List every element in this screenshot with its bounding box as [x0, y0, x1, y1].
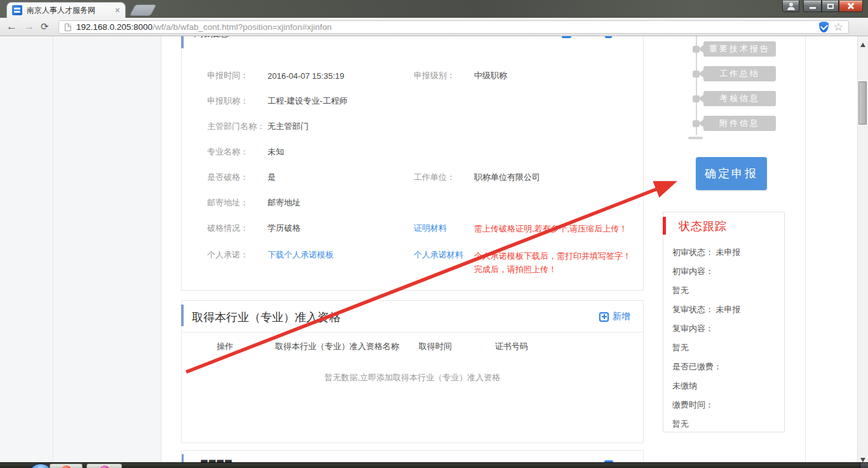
field-label: 个人承诺： [207, 249, 268, 261]
form-row: 邮寄地址： 邮寄地址 [182, 190, 643, 216]
confirm-declare-button[interactable]: 确定申报 [696, 157, 767, 190]
left-sidebar [53, 36, 161, 462]
address-bar[interactable]: 192.168.0.205:8000 /wf/a/b/wfab_cont.htm… [58, 20, 849, 34]
form-row: 破格情况： 学历破格 证明材料 需上传破格证明,若有多个,请压缩后上传！ [182, 216, 643, 241]
window-titlebar: 南京人事人才服务网 × [0, 0, 868, 18]
promise-hint-line1: 个人承诺模板下载后，需打印并填写签字！ [474, 251, 631, 261]
form-row: 申报时间： 2016-04-07 15:35:19 申报级别： 中级职称 [182, 63, 643, 88]
field-value: 职称单位有限公司 [474, 172, 540, 183]
new-tab-button[interactable] [129, 4, 157, 16]
field-label: 专业名称： [207, 146, 268, 158]
maximize-button[interactable] [822, 1, 839, 12]
timeline-step-assessment[interactable]: 考核信息 [703, 91, 776, 106]
scroll-down-arrow-icon[interactable] [860, 458, 865, 462]
browser-toolbar: ← → ⟳ 192.168.0.205:8000 /wf/a/b/wfab_co… [0, 18, 868, 36]
field-label: 破格情况： [207, 223, 268, 234]
tab-close-icon[interactable]: × [115, 6, 120, 15]
taskbar-app-button[interactable] [86, 464, 122, 468]
field-value: 邮寄地址 [268, 197, 414, 209]
promise-template-link[interactable]: 下载个人承诺模板 [268, 249, 414, 261]
url-path: /wf/a/b/wfab_cont.html?position=xjinfon#… [153, 22, 819, 32]
empty-state-text: 暂无数据,立即添加取得本行业（专业）准入资格 [182, 372, 643, 383]
form-row: 是否破格： 是 工作单位： 职称单位有限公司 [182, 165, 643, 190]
window-caption-buttons [782, 1, 863, 12]
status-line: 复审内容： [672, 319, 741, 338]
show-desktop-button[interactable] [860, 463, 868, 468]
field-value: 未知 [268, 146, 414, 158]
field-value: 无主管部门 [268, 121, 414, 132]
status-panel-title: 状态跟踪 [679, 219, 727, 234]
status-line: 未缴纳 [672, 376, 741, 396]
panel-accent [181, 305, 184, 326]
scrollbar-thumb[interactable] [858, 81, 867, 125]
app-icon [62, 465, 71, 468]
security-shield-icon[interactable] [819, 22, 829, 32]
qualification-title: 取得本行业（专业）准入资格 [192, 310, 341, 325]
bookmark-star-icon[interactable]: ☆ [834, 22, 843, 32]
taskbar-app-button[interactable] [50, 464, 83, 468]
minimize-icon [810, 7, 816, 9]
proof-hint-text: 需上传破格证明,若有多个,请压缩后上传！ [474, 222, 642, 235]
column-header: 证书号码 [495, 341, 528, 352]
content-right-divider [805, 36, 806, 462]
reload-button[interactable]: ⟳ [41, 21, 49, 32]
timeline-step-attachment[interactable]: 附件信息 [703, 116, 776, 131]
field-value: 学历破格 [268, 223, 414, 234]
scroll-up-arrow-icon[interactable] [860, 40, 865, 47]
close-button[interactable] [839, 1, 863, 12]
help-icon-fragment[interactable] [605, 36, 612, 38]
timeline-end-bar [688, 137, 703, 139]
field-value: 是 [268, 172, 414, 183]
timeline-step-summary[interactable]: 工作总结 [703, 66, 776, 81]
status-line: 复审状态： 未申报 [672, 300, 741, 319]
form-row: 个人承诺： 下载个人承诺模板 个人承诺材料 个人承诺模板下载后，需打印并填写签字… [182, 241, 643, 282]
add-qualification-button[interactable]: 新增 [599, 311, 630, 322]
field-value: 中级职称 [474, 70, 507, 81]
plus-icon [599, 312, 609, 322]
panel-accent [181, 454, 184, 462]
form-row: 主管部门名称： 无主管部门 [182, 114, 643, 139]
status-line: 暂无 [672, 281, 741, 300]
promise-material-link[interactable]: 个人承诺材料 [414, 249, 474, 261]
minimize-button[interactable] [803, 1, 822, 12]
site-favicon-icon [12, 5, 22, 15]
page-content: 申报信息 申报时间： 2016-04-07 15:35:19 申报级别： 中级职… [0, 36, 868, 462]
field-label: 主管部门名称： [207, 121, 268, 132]
app-icon [100, 465, 109, 468]
back-button[interactable]: ← [6, 20, 17, 33]
status-line: 初审内容： [672, 262, 741, 281]
forward-button[interactable]: → [24, 20, 34, 33]
qualification-header: 取得本行业（专业）准入资格 新增 [182, 301, 643, 333]
status-tracking-panel: 状态跟踪 初审状态： 未申报 初审内容： 暂无 复审状态： 未申报 复审内容： … [663, 212, 785, 432]
field-label: 邮寄地址： [207, 197, 268, 209]
declare-info-title: 申报信息 [191, 36, 248, 39]
profile-button[interactable] [782, 1, 799, 12]
timeline-step-report[interactable]: 重要技术报告 [703, 41, 776, 57]
column-header: 操作 [217, 341, 233, 352]
windows-taskbar: … [0, 462, 868, 468]
screen: 南京人事人才服务网 × ← → ⟳ 192.168.0.205:8000 /wf… [0, 0, 868, 468]
field-value: 2016-04-07 15:35:19 [268, 71, 414, 81]
declare-form: 申报时间： 2016-04-07 15:35:19 申报级别： 中级职称 申报职… [182, 63, 643, 282]
qualification-table-header: 操作 取得本行业（专业）准入资格名称 取得时间 证书号码 [182, 333, 643, 358]
promise-hint-line2: 完成后，请拍照上传！ [474, 265, 557, 274]
browser-tab[interactable]: 南京人事人才服务网 × [6, 2, 126, 18]
edit-icon-fragment[interactable] [562, 36, 571, 38]
url-host: 192.168.0.205:8000 [76, 22, 153, 32]
status-line: 缴费时间： [672, 396, 741, 415]
form-row: 专业名称： 未知 [182, 139, 643, 165]
status-line: 是否已缴费： [672, 357, 741, 376]
field-label: 申报级别： [414, 70, 474, 81]
scrollbar[interactable] [857, 36, 868, 462]
start-button[interactable] [29, 464, 52, 468]
field-label: 工作单位： [414, 172, 474, 183]
proof-material-link[interactable]: 证明材料 [414, 223, 474, 234]
form-row: 申报职称： 工程-建设专业-工程师 [182, 88, 643, 114]
next-section-panel: ████ [181, 450, 644, 462]
column-header: 取得本行业（专业）准入资格名称 [275, 341, 399, 352]
status-lines: 初审状态： 未申报 初审内容： 暂无 复审状态： 未申报 复审内容： 暂无 是否… [672, 243, 741, 434]
field-value: 工程-建设专业-工程师 [268, 95, 414, 107]
status-line: 初审状态： 未申报 [672, 243, 741, 262]
declare-info-panel: 申报信息 申报时间： 2016-04-07 15:35:19 申报级别： 中级职… [181, 36, 644, 291]
field-label: 申报职称： [207, 95, 268, 107]
